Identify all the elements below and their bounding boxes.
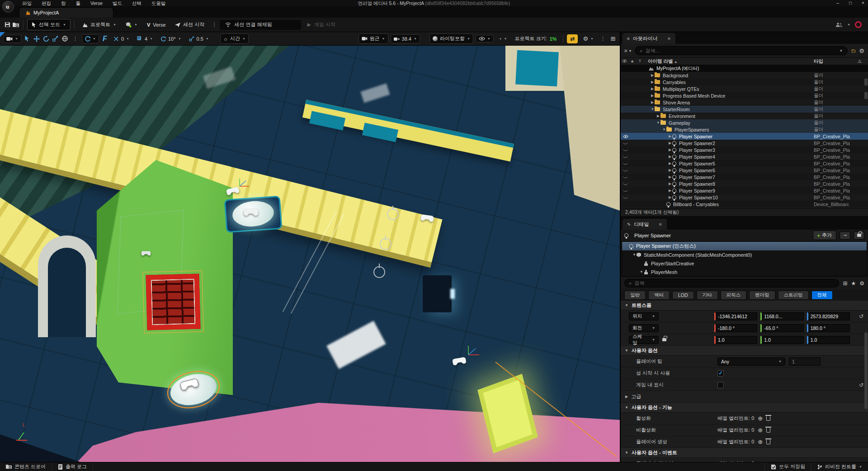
camera-speed-button[interactable]: 38.4▼ <box>391 34 420 43</box>
component-row[interactable]: ▼PlayerMesh <box>622 268 867 276</box>
rotate-tool-icon[interactable] <box>42 35 50 42</box>
session-status[interactable]: 세션 연결 해제됨 <box>220 20 301 30</box>
component-row[interactable]: PlayerStartCreative <box>622 259 867 268</box>
y-value-field[interactable]: 1.0 <box>760 336 803 344</box>
x-value-field[interactable]: -180.0 ° <box>714 324 757 332</box>
reset-transform-icon[interactable]: ↺ <box>859 313 863 320</box>
new-folder-icon[interactable]: 🗀 <box>851 48 856 53</box>
outliner-row[interactable]: ▶Player Spawner4BP_Creative_Pla <box>621 153 868 160</box>
add-element-icon[interactable]: ⊕ <box>758 438 763 445</box>
visibility-toggle[interactable] <box>621 155 632 158</box>
team-number-field[interactable]: 1 <box>789 358 821 366</box>
expander-icon[interactable]: ▶ <box>650 73 655 77</box>
expander-icon[interactable]: ▶ <box>668 188 672 193</box>
viewport-dial-button[interactable]: ◔▼ <box>496 35 510 43</box>
project-menu-button[interactable]: 프로젝트▼ <box>78 19 120 30</box>
minimize-button[interactable]: – <box>835 0 841 6</box>
expander-icon[interactable]: ▶ <box>650 87 655 91</box>
outliner-row[interactable]: ▶Player Spawner3BP_Creative_Pla <box>621 146 868 153</box>
outliner-row[interactable]: ▶Player Spawner8BP_Creative_Pla <box>621 180 868 187</box>
visibility-toggle[interactable] <box>621 134 632 139</box>
content-drawer-button[interactable]: 콘텐츠 드로어 <box>0 462 52 471</box>
world-local-toggle-icon[interactable] <box>61 35 69 42</box>
island-start-checkbox[interactable]: ✓ <box>717 370 724 377</box>
filter-chip[interactable]: 전체 <box>811 291 833 300</box>
project-tab[interactable]: MyProjectA <box>19 7 113 18</box>
outliner-row[interactable]: ▶Carryables폴더 <box>621 79 868 85</box>
outliner-row[interactable]: ▶Shove Arena폴더 <box>621 99 868 106</box>
search-chevron-icon[interactable]: ▼ <box>839 49 843 53</box>
select-mode-button[interactable]: 선택 모드▼ <box>27 19 71 30</box>
outliner-search-input[interactable]: ⌕ 검색... ▼ <box>635 46 848 55</box>
session-options-dots[interactable]: ⋮ <box>210 22 218 28</box>
time-of-day-button[interactable]: ☼ 시간▼ <box>220 33 249 44</box>
outliner-row[interactable]: ▶Background폴더 <box>621 72 868 79</box>
expander-icon[interactable]: ▶ <box>668 175 672 179</box>
outliner-close-icon[interactable]: ✕ <box>667 36 671 41</box>
filter-chip[interactable]: 액터 <box>648 291 670 300</box>
visibility-toggle[interactable] <box>621 189 632 192</box>
expander-icon[interactable]: ▶ <box>656 114 660 118</box>
fortnite-snap-icon[interactable]: F <box>101 35 108 42</box>
blueprint-edit-button[interactable]: ⊸ <box>840 231 850 240</box>
display-grid-icon[interactable]: ⊞ <box>843 280 847 287</box>
save-icon[interactable] <box>4 21 11 28</box>
favorite-column-icon[interactable]: ★ <box>628 59 636 64</box>
viewport-camera-menu[interactable]: ▼ <box>3 35 21 43</box>
menu-item[interactable]: 빌드 <box>108 0 127 6</box>
filter-chip[interactable]: 스트리밍 <box>778 291 809 300</box>
expander-icon[interactable]: ▶ <box>650 94 655 98</box>
expander-icon[interactable]: ▶ <box>668 182 672 186</box>
viewport-settings-button[interactable]: ⚙▼ <box>580 34 596 43</box>
clear-array-icon[interactable] <box>766 416 770 421</box>
outliner-row[interactable]: ▼PlayerSpawners폴더 <box>621 126 868 133</box>
user-avatar[interactable] <box>855 21 862 28</box>
outliner-row[interactable]: Billboard - CarryablesDevice_Billboarc <box>621 201 868 207</box>
close-button[interactable]: × <box>860 0 866 6</box>
view-mode-button[interactable]: 라이팅포함▼ <box>429 33 473 44</box>
outliner-row[interactable]: ▶Progress Based Mesh Device폴더 <box>621 92 868 99</box>
show-ingame-checkbox[interactable] <box>717 382 724 388</box>
expander-icon[interactable]: ▶ <box>650 100 655 104</box>
z-value-field[interactable]: 2573.820829 <box>807 312 850 320</box>
outliner-row[interactable]: ▶Player Spawner10BP_Creative_Pla <box>621 194 868 201</box>
expander-icon[interactable]: ▶ <box>668 195 672 199</box>
perspective-button[interactable]: 원근▼ <box>359 33 388 44</box>
section-user-functions[interactable]: ▼사용자 옵션 - 기능 <box>621 403 868 413</box>
pin-column-icon[interactable]: ⍒ <box>636 59 644 64</box>
controller-gizmo[interactable] <box>420 213 434 224</box>
unreal-logo-icon[interactable]: u <box>2 1 14 13</box>
player-team-dropdown[interactable]: Any▼ <box>717 358 785 366</box>
x-value-field[interactable]: 1.0 <box>714 336 757 344</box>
surface-snap-button[interactable]: ▼ <box>82 34 99 43</box>
outliner-row[interactable]: ▼Gameplay폴더 <box>621 119 868 126</box>
component-row[interactable]: ▼StaticMeshComponent (StaticMeshComponen… <box>622 250 867 259</box>
menu-item[interactable]: 툴 <box>71 0 86 6</box>
outliner-row[interactable]: Billboard - MQTEsDevice_Billboarc <box>621 207 868 208</box>
controller-gizmo[interactable] <box>243 207 259 217</box>
scale-snap-button[interactable]: 0.5▼ <box>186 35 212 43</box>
spotlight-gizmo[interactable] <box>373 266 385 278</box>
outliner-row[interactable]: ▶Player Spawner9BP_Creative_Pla <box>621 187 868 194</box>
rotation-snap-button[interactable]: 10°▼ <box>158 35 184 43</box>
outliner-row[interactable]: ▼StarterRoom폴더 <box>621 106 868 113</box>
x-value-field[interactable]: -1346.214612 <box>714 312 757 320</box>
y-value-field[interactable]: 1168.0... <box>760 312 803 320</box>
show-flags-button[interactable]: ▼ <box>476 35 494 42</box>
visibility-toggle[interactable] <box>621 162 632 165</box>
scale-tool-icon[interactable] <box>52 35 59 42</box>
expander-icon[interactable]: ▶ <box>650 80 655 84</box>
menu-item[interactable]: 창 <box>56 0 71 6</box>
details-tab[interactable]: ✎ 디테일 ✕ <box>623 219 667 230</box>
type-column[interactable]: 타입 <box>814 58 823 65</box>
brick-sign[interactable] <box>146 273 200 330</box>
outliner-row[interactable]: MyProjectA (에디터) <box>621 65 868 72</box>
add-element-icon[interactable]: ⊕ <box>758 427 763 433</box>
visibility-toggle[interactable] <box>621 183 632 185</box>
visibility-toggle[interactable] <box>621 169 632 171</box>
move-tool-icon[interactable] <box>33 35 40 42</box>
filter-chip[interactable]: 기타 <box>697 291 718 300</box>
maximize-viewport-icon[interactable]: ⊞ <box>609 35 617 42</box>
visibility-toggle[interactable] <box>621 142 632 144</box>
details-scrollbar[interactable] <box>864 332 868 409</box>
